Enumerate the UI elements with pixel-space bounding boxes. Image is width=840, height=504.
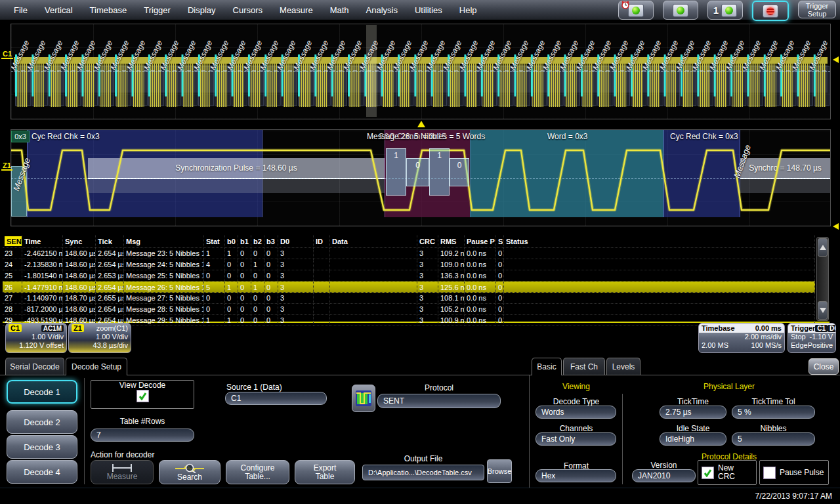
table-cell-b2: 0	[251, 304, 264, 314]
table-cell-b1: 0	[238, 293, 251, 303]
column-header-crc: CRC	[417, 235, 438, 247]
table-cell-stat: 1	[204, 248, 225, 259]
menu-utilities[interactable]: Utilities	[406, 5, 451, 15]
table-rows-field[interactable]: 7	[91, 429, 194, 442]
table-cell-stat: 1	[204, 315, 225, 326]
table-cell-status	[504, 293, 815, 303]
close-button[interactable]: Close	[808, 358, 839, 375]
table-cell-status	[504, 259, 815, 270]
menu-cursors[interactable]: Cursors	[224, 5, 272, 15]
menu-help[interactable]: Help	[451, 5, 486, 15]
output-file-field[interactable]: D:\Applicatio...\DecodeTable.csv	[362, 465, 484, 480]
source1-label: Source 1 (Data)	[226, 383, 282, 392]
column-header-d0: D0	[278, 235, 314, 247]
timebase-label: Timebase	[702, 324, 735, 332]
idle-state-field[interactable]: IdleHigh	[660, 432, 726, 446]
menu-timebase[interactable]: Timebase	[81, 5, 136, 15]
channels-field[interactable]: Fast Only	[536, 432, 616, 446]
c1-descriptor[interactable]: C1 AC1M 1.00 V/div 1.120 V offset	[5, 323, 67, 353]
table-cell-b0: 1	[225, 315, 238, 326]
table-cell-b0: 0	[225, 304, 238, 314]
scroll-down-button[interactable]	[818, 301, 828, 320]
ticktime-field[interactable]: 2.75 µs	[660, 406, 726, 419]
menu-analysis[interactable]: Analysis	[358, 5, 406, 15]
stop-trigger-button[interactable]	[752, 1, 789, 21]
decode-type-field[interactable]: Words	[536, 406, 616, 419]
checkmark-icon	[704, 469, 712, 477]
table-cell-crc: 3	[417, 259, 438, 270]
menu-display[interactable]: Display	[179, 5, 224, 15]
cyc-red-chk-left-label: Cyc Red Chk = 0x3	[32, 132, 100, 141]
timebase-descriptor[interactable]: Timebase 0.00 ms 2.00 ms/div 2.00 MS 100…	[698, 323, 785, 353]
auto-trigger-button[interactable]	[618, 1, 654, 20]
view-decode-checkbox[interactable]	[136, 390, 149, 402]
tab-levels[interactable]: Levels	[606, 358, 640, 375]
table-cell-msg: Message 29: 5 Nibbles 1...	[124, 315, 204, 326]
protocol-icon-button[interactable]	[352, 385, 375, 412]
c1-channel-label[interactable]: C1	[1, 50, 13, 59]
configure-table-button[interactable]: Configure Table...	[226, 460, 289, 484]
normal-trigger-button[interactable]	[663, 1, 698, 20]
table-cell-b0: 0	[225, 259, 238, 270]
source1-field[interactable]: C1	[225, 392, 327, 405]
z1-descriptor[interactable]: Z1 zoom(C1) 1.00 V/div 43.8 µs/div	[68, 323, 131, 353]
tab-serial-decode[interactable]: Serial Decode	[5, 358, 64, 375]
z1-zoom-waveform-plot[interactable]: 0x3 Synchronization Pulse = 148.60 µs Sy…	[10, 129, 831, 226]
new-crc-checkbox[interactable]	[702, 467, 714, 479]
trigger-time-marker[interactable]	[417, 121, 425, 127]
decode-2-button[interactable]: Decode 2	[7, 410, 77, 434]
table-row-28[interactable]: 28-817.2000 µs148.60 µs2.654 µsMessage 2…	[3, 304, 815, 315]
c1-waveform-plot[interactable]: MessageMessageMessageMessageMessageMessa…	[10, 24, 831, 119]
format-field[interactable]: Hex	[536, 469, 616, 482]
tab-fast-ch[interactable]: Fast Ch	[563, 358, 605, 375]
tab-basic[interactable]: Basic	[532, 358, 562, 375]
table-row-23[interactable]: 23-2.462150 ms148.60 µs2.654 µsMessage 2…	[3, 248, 815, 259]
decode-1-button[interactable]: Decode 1	[7, 380, 77, 404]
table-cell-data	[330, 304, 417, 314]
protocol-field[interactable]: SENT	[377, 394, 501, 408]
menu-measure[interactable]: Measure	[271, 5, 322, 15]
decode-4-button[interactable]: Decode 4	[7, 460, 77, 484]
table-cell-status	[504, 282, 815, 292]
search-label: Search	[177, 473, 202, 482]
protocol-label: Protocol	[377, 383, 501, 392]
table-cell-b2: 0	[251, 270, 264, 281]
browse-button[interactable]: Browse	[487, 459, 512, 483]
menu-math[interactable]: Math	[322, 5, 358, 15]
trigger-source-badge: C1	[815, 325, 828, 332]
table-cell-time: -817.2000 µs	[22, 304, 63, 314]
scroll-up-button[interactable]	[818, 238, 828, 257]
table-scrollbar[interactable]	[816, 237, 829, 321]
nibbles-field[interactable]: 5	[732, 432, 815, 446]
new-crc-group[interactable]: New CRC	[698, 460, 757, 485]
single-trigger-button[interactable]: 1	[707, 1, 743, 20]
export-table-button[interactable]: Export Table	[295, 460, 355, 484]
table-cell-data	[330, 282, 417, 292]
ticktime-tol-field[interactable]: 5 %	[732, 406, 815, 419]
menu-trigger[interactable]: Trigger	[135, 5, 179, 15]
decode-3-button[interactable]: Decode 3	[7, 435, 77, 459]
measure-button[interactable]: Measure	[91, 460, 154, 484]
table-row-24[interactable]: 24-2.135830 ms148.60 µs2.654 µsMessage 2…	[3, 259, 815, 270]
bit-box: 1	[386, 148, 406, 196]
table-cell-d0: 3	[278, 259, 314, 270]
table-row-27[interactable]: 27-1.140970 ms148.70 µs2.655 µsMessage 2…	[3, 293, 815, 304]
table-cell-stat: 4	[204, 259, 225, 270]
pause-pulse-group[interactable]: Pause Pulse	[759, 460, 829, 485]
table-row-26[interactable]: 26-1.477910 ms148.60 µs2.654 µsMessage 2…	[3, 282, 815, 293]
view-decode-group[interactable]: View Decode	[91, 380, 194, 409]
version-field[interactable]: JAN2010	[632, 469, 696, 482]
sent-decode-table: SENTTimeSyncTickMsgStatb0b1b2b3D0IDDataC…	[3, 235, 830, 323]
table-cell-idx: 24	[3, 259, 22, 270]
trigger-descriptor[interactable]: Trigger C1DC Stop -1.10 V Edge Positive	[788, 323, 836, 353]
c1-vdiv: 1.00 V/div	[6, 333, 66, 341]
table-row-25[interactable]: 25-1.801540 ms148.60 µs2.653 µsMessage 2…	[3, 270, 815, 282]
search-button[interactable]: Search	[159, 460, 220, 484]
menu-file[interactable]: File	[5, 5, 36, 15]
menu-vertical[interactable]: Vertical	[36, 5, 81, 15]
column-header-b1: b1	[238, 235, 251, 247]
pause-pulse-checkbox[interactable]	[763, 467, 776, 479]
trigger-setup-button[interactable]: Trigger Setup	[798, 1, 836, 18]
tab-decode-setup[interactable]: Decode Setup	[66, 358, 127, 375]
z1-channel-label[interactable]: Z1	[1, 161, 12, 171]
